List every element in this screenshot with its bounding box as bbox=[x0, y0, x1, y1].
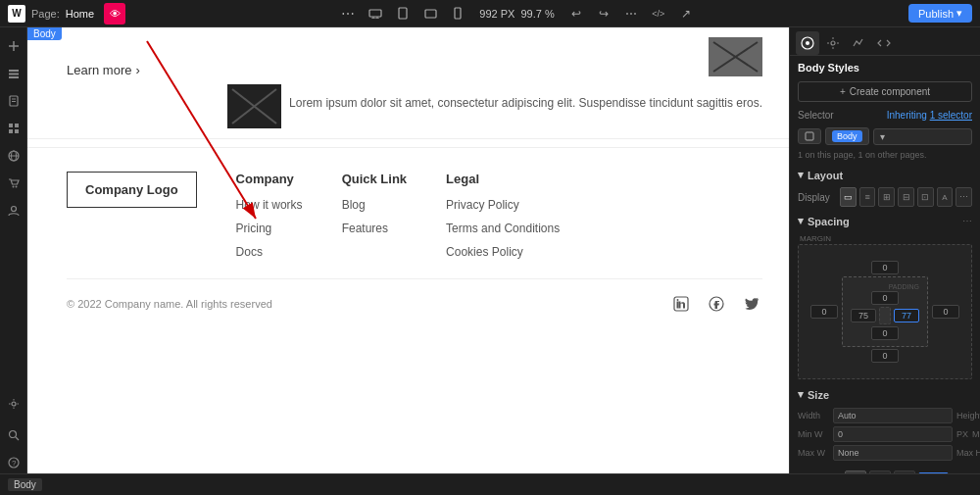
learn-more-link[interactable]: Learn more › bbox=[67, 63, 208, 77]
undo-button[interactable]: ↩ bbox=[564, 2, 588, 25]
min-w-label: Min W bbox=[798, 429, 829, 439]
styles-tab[interactable] bbox=[796, 31, 819, 55]
sidebar-layers-icon[interactable] bbox=[3, 63, 24, 84]
list-item[interactable]: Cookies Policy bbox=[446, 245, 560, 259]
list-item[interactable]: How it works bbox=[236, 198, 303, 212]
create-component-button[interactable]: + Create component bbox=[798, 81, 972, 102]
display-block-btn[interactable]: ▭ bbox=[840, 187, 857, 207]
width-input[interactable] bbox=[833, 408, 953, 423]
copyright-text: © 2022 Company name. All rights reserved bbox=[67, 298, 272, 310]
sidebar-ecomm-icon[interactable] bbox=[3, 173, 24, 194]
display-extra-btn[interactable]: ⋯ bbox=[956, 187, 972, 207]
svg-text:?: ? bbox=[12, 459, 17, 468]
svg-rect-6 bbox=[455, 8, 461, 19]
padding-left-input[interactable] bbox=[851, 309, 876, 322]
plus-icon: + bbox=[840, 86, 846, 97]
selector-icon-btn[interactable] bbox=[798, 128, 821, 144]
spacing-more-icon[interactable]: ⋯ bbox=[962, 216, 972, 226]
svg-point-24 bbox=[11, 207, 16, 212]
thumbnail-1 bbox=[709, 37, 762, 76]
list-item[interactable]: Privacy Policy bbox=[446, 198, 560, 212]
svg-point-43 bbox=[806, 41, 809, 45]
max-w-label: Max W bbox=[798, 448, 829, 458]
svg-rect-16 bbox=[15, 124, 19, 127]
display-flex-btn[interactable]: ≡ bbox=[859, 187, 876, 207]
list-item[interactable]: Pricing bbox=[236, 222, 303, 235]
sidebar-settings-icon[interactable] bbox=[3, 393, 24, 415]
body-label[interactable]: Body bbox=[27, 27, 62, 40]
custom-code-tab[interactable] bbox=[872, 31, 896, 55]
svg-point-44 bbox=[831, 41, 835, 45]
sidebar-cms-icon[interactable] bbox=[3, 145, 24, 167]
svg-rect-10 bbox=[9, 74, 19, 75]
display-text-btn[interactable]: A bbox=[937, 187, 954, 207]
selector-dropdown[interactable]: ▾ bbox=[873, 128, 972, 145]
list-item[interactable]: Blog bbox=[342, 198, 407, 212]
selector-info: 1 on this page, 1 on other pages. bbox=[790, 148, 980, 164]
padding-right-input[interactable] bbox=[894, 309, 919, 322]
svg-point-40 bbox=[677, 299, 679, 301]
panel-tabs bbox=[790, 27, 980, 56]
display-none-btn[interactable]: ⊟ bbox=[898, 187, 914, 207]
padding-top-input[interactable] bbox=[871, 291, 899, 305]
sidebar-pages-icon[interactable] bbox=[3, 90, 24, 112]
list-item[interactable]: Features bbox=[342, 222, 407, 235]
body-styles-label: Body Styles bbox=[798, 62, 859, 74]
sidebar-add-icon[interactable] bbox=[3, 35, 24, 57]
page-label: Page: bbox=[31, 8, 60, 20]
twitter-icon[interactable] bbox=[741, 293, 762, 315]
sidebar-users-icon[interactable] bbox=[3, 200, 24, 222]
left-sidebar: ? bbox=[0, 27, 27, 473]
top-bar-right: Publish ▾ bbox=[901, 4, 980, 23]
min-w-input[interactable] bbox=[833, 426, 953, 442]
mobile-view-button[interactable] bbox=[446, 2, 469, 25]
selector-input-row: Body ▾ bbox=[790, 124, 980, 148]
canvas-content: Body Learn more › bbox=[27, 27, 789, 473]
code-button[interactable]: </> bbox=[647, 2, 670, 25]
more-options-button[interactable]: ⋯ bbox=[336, 2, 360, 25]
redo-button[interactable]: ↪ bbox=[592, 2, 615, 25]
tablet-view-button[interactable] bbox=[391, 2, 415, 25]
facebook-icon[interactable] bbox=[706, 293, 727, 315]
sidebar-search-icon[interactable] bbox=[3, 424, 24, 446]
min-h-label: Min H bbox=[972, 429, 980, 439]
margin-left-input[interactable] bbox=[810, 305, 838, 319]
max-w-input[interactable] bbox=[833, 445, 953, 461]
collapse-size-icon: ▾ bbox=[798, 388, 804, 401]
more-button[interactable]: ⋯ bbox=[619, 2, 643, 25]
share-button[interactable]: ↗ bbox=[674, 2, 698, 25]
layout-section-header[interactable]: ▾ Layout bbox=[790, 164, 980, 184]
margin-bottom-input[interactable] bbox=[871, 349, 899, 363]
sidebar-help-icon[interactable]: ? bbox=[3, 452, 24, 473]
size-label: Size bbox=[808, 389, 829, 401]
interactions-tab[interactable] bbox=[847, 31, 870, 55]
body-tag-breadcrumb[interactable]: Body bbox=[8, 478, 42, 491]
svg-point-23 bbox=[15, 186, 17, 188]
list-item[interactable]: Terms and Conditions bbox=[446, 222, 560, 235]
selector-row: Selector Inheriting 1 selector bbox=[790, 106, 980, 124]
selector-body-badge[interactable]: Body bbox=[825, 127, 869, 145]
margin-label: MARGIN bbox=[800, 234, 831, 243]
desktop-view-button[interactable] bbox=[364, 2, 387, 25]
size-section-header[interactable]: ▾ Size bbox=[790, 383, 980, 404]
selector-count-link[interactable]: 1 selector bbox=[930, 110, 972, 121]
col-company-title: Company bbox=[236, 172, 303, 186]
spacing-section-header[interactable]: ▾ Spacing ⋯ bbox=[790, 210, 980, 230]
display-grid-btn[interactable]: ⊞ bbox=[878, 187, 895, 207]
margin-box: 0 PADDING bbox=[798, 244, 972, 379]
mobile-landscape-button[interactable] bbox=[418, 2, 442, 25]
linkedin-icon[interactable] bbox=[670, 293, 692, 315]
display-inline-btn[interactable]: ⊡ bbox=[917, 187, 934, 207]
publish-button[interactable]: Publish ▾ bbox=[908, 4, 972, 23]
margin-top-input[interactable]: 0 bbox=[871, 261, 899, 274]
margin-right-input[interactable] bbox=[932, 305, 959, 319]
padding-bottom-input[interactable] bbox=[871, 326, 899, 340]
settings-tab[interactable] bbox=[821, 31, 845, 55]
width-label: Width bbox=[798, 411, 829, 421]
svg-rect-11 bbox=[9, 76, 19, 78]
list-item[interactable]: Docs bbox=[236, 245, 303, 259]
top-bar-center: ⋯ 992 PX 99.7 % ↩ ↪ ⋯ </> ↗ bbox=[133, 2, 901, 25]
eye-button[interactable]: 👁 bbox=[104, 3, 125, 25]
sidebar-assets-icon[interactable] bbox=[3, 118, 24, 139]
collapse-spacing-icon: ▾ bbox=[798, 215, 804, 227]
